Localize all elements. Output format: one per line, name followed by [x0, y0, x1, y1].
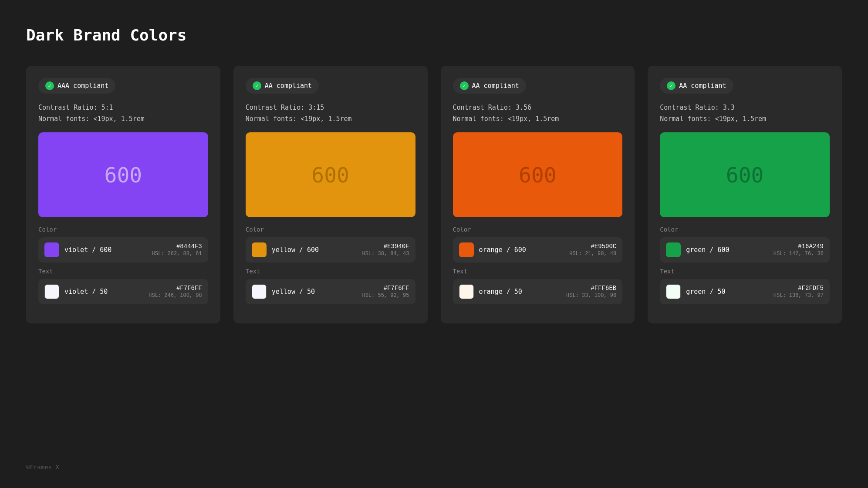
text-hsl-green: HSL: 136, 73, 97: [773, 293, 824, 299]
color-hsl-orange: HSL: 21, 90, 48: [569, 251, 616, 257]
text-swatch-small-green: [666, 284, 681, 299]
text-swatch-small-violet: [44, 284, 59, 299]
compliance-label-orange: AA compliant: [472, 82, 519, 90]
color-hex-orange: #E9590C: [569, 243, 616, 250]
compliance-label-violet: AAA compliant: [57, 82, 108, 90]
text-hex-yellow: #F7F6FF: [362, 285, 409, 292]
text-name-yellow: yellow / 50: [272, 288, 357, 296]
cards-container: AAA compliant Contrast Ratio: 5:1Normal …: [26, 66, 842, 323]
contrast-info-violet: Contrast Ratio: 5:1Normal fonts: <19px, …: [38, 102, 208, 125]
compliance-icon-yellow: [253, 81, 261, 90]
color-hex-violet: #8444F3: [152, 243, 202, 250]
text-swatch-small-orange: [459, 284, 474, 299]
card-yellow: AA compliant Contrast Ratio: 3:15Normal …: [233, 66, 428, 323]
color-info-row-green: green / 600 #16A249 HSL: 142, 76, 36: [660, 237, 830, 263]
color-swatch-large-orange: 600: [453, 132, 623, 217]
card-green: AA compliant Contrast Ratio: 3.3Normal f…: [648, 66, 842, 323]
text-section-label-green: Text: [660, 268, 830, 275]
color-info-row-violet: violet / 600 #8444F3 HSL: 262, 88, 61: [38, 237, 208, 263]
compliance-icon-green: [667, 81, 675, 90]
text-hex-violet: #F7F6FF: [149, 285, 202, 292]
text-hex-hsl-orange: #FFF6EB HSL: 33, 100, 96: [566, 285, 616, 299]
text-hex-hsl-green: #F2FDF5 HSL: 136, 73, 97: [773, 285, 824, 299]
text-hsl-yellow: HSL: 55, 92, 95: [362, 293, 409, 299]
color-hex-hsl-violet: #8444F3 HSL: 262, 88, 61: [152, 243, 202, 257]
color-name-green: green / 600: [686, 246, 768, 254]
color-swatch-large-violet: 600: [38, 132, 208, 217]
text-info-row-yellow: yellow / 50 #F7F6FF HSL: 55, 92, 95: [246, 279, 415, 304]
text-section-label-orange: Text: [453, 268, 623, 275]
color-hsl-yellow: HSL: 38, 84, 43: [362, 251, 409, 257]
color-hsl-green: HSL: 142, 76, 36: [773, 251, 824, 257]
color-name-orange: orange / 600: [479, 246, 564, 254]
color-section-label-orange: Color: [453, 226, 623, 233]
color-info-row-orange: orange / 600 #E9590C HSL: 21, 90, 48: [453, 237, 623, 263]
color-hex-hsl-orange: #E9590C HSL: 21, 90, 48: [569, 243, 616, 257]
footer: ©Frames X: [26, 464, 59, 471]
color-hsl-violet: HSL: 262, 88, 61: [152, 251, 202, 257]
card-orange: AA compliant Contrast Ratio: 3.56Normal …: [441, 66, 635, 323]
color-swatch-large-green: 600: [660, 132, 830, 217]
compliance-badge-violet: AAA compliant: [38, 78, 115, 94]
text-info-row-violet: violet / 50 #F7F6FF HSL: 246, 100, 98: [38, 279, 208, 304]
text-hsl-orange: HSL: 33, 100, 96: [566, 293, 616, 299]
compliance-badge-green: AA compliant: [660, 78, 733, 94]
color-name-yellow: yellow / 600: [272, 246, 357, 254]
text-info-row-green: green / 50 #F2FDF5 HSL: 136, 73, 97: [660, 279, 830, 304]
text-hex-hsl-yellow: #F7F6FF HSL: 55, 92, 95: [362, 285, 409, 299]
color-swatch-small-yellow: [252, 242, 267, 257]
text-swatch-small-yellow: [252, 284, 267, 299]
text-section-label-violet: Text: [38, 268, 208, 275]
text-section-label-yellow: Text: [246, 268, 415, 275]
text-hsl-violet: HSL: 246, 100, 98: [149, 293, 202, 299]
color-info-row-yellow: yellow / 600 #E3940F HSL: 38, 84, 43: [246, 237, 415, 263]
text-name-orange: orange / 50: [479, 288, 561, 296]
color-section-label-yellow: Color: [246, 226, 415, 233]
text-hex-green: #F2FDF5: [773, 285, 824, 292]
color-section-label-violet: Color: [38, 226, 208, 233]
color-hex-green: #16A249: [773, 243, 824, 250]
compliance-icon-violet: [45, 81, 54, 90]
color-section-label-green: Color: [660, 226, 830, 233]
page-title: Dark Brand Colors: [26, 26, 842, 44]
color-hex-yellow: #E3940F: [362, 243, 409, 250]
compliance-badge-orange: AA compliant: [453, 78, 526, 94]
color-swatch-small-orange: [459, 242, 474, 257]
compliance-label-yellow: AA compliant: [265, 82, 312, 90]
color-hex-hsl-green: #16A249 HSL: 142, 76, 36: [773, 243, 824, 257]
compliance-label-green: AA compliant: [679, 82, 726, 90]
text-hex-orange: #FFF6EB: [566, 285, 616, 292]
color-swatch-large-yellow: 600: [246, 132, 415, 217]
color-name-violet: violet / 600: [64, 246, 147, 254]
card-violet: AAA compliant Contrast Ratio: 5:1Normal …: [26, 66, 220, 323]
text-name-green: green / 50: [686, 288, 768, 296]
contrast-info-green: Contrast Ratio: 3.3Normal fonts: <19px, …: [660, 102, 830, 125]
contrast-info-yellow: Contrast Ratio: 3:15Normal fonts: <19px,…: [246, 102, 415, 125]
compliance-badge-yellow: AA compliant: [246, 78, 319, 94]
text-info-row-orange: orange / 50 #FFF6EB HSL: 33, 100, 96: [453, 279, 623, 304]
color-swatch-small-violet: [44, 242, 59, 257]
contrast-info-orange: Contrast Ratio: 3.56Normal fonts: <19px,…: [453, 102, 623, 125]
text-name-violet: violet / 50: [64, 288, 143, 296]
color-swatch-small-green: [666, 242, 681, 257]
text-hex-hsl-violet: #F7F6FF HSL: 246, 100, 98: [149, 285, 202, 299]
compliance-icon-orange: [460, 81, 469, 90]
color-hex-hsl-yellow: #E3940F HSL: 38, 84, 43: [362, 243, 409, 257]
